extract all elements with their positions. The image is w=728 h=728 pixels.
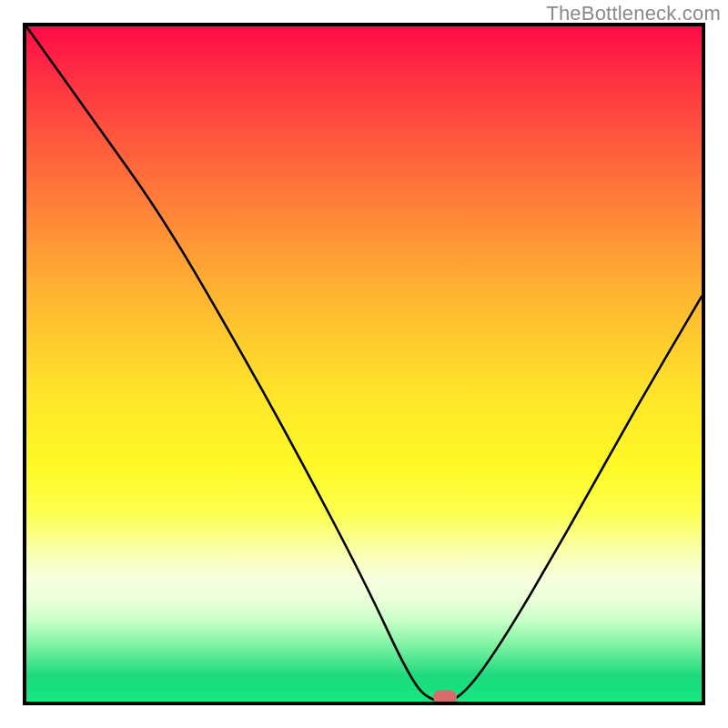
curve-svg: [26, 26, 702, 702]
watermark-text: TheBottleneck.com: [546, 2, 721, 25]
bottleneck-curve-path: [26, 26, 702, 702]
optimum-marker: [433, 690, 457, 703]
bottleneck-chart: TheBottleneck.com: [0, 0, 728, 728]
plot-area: [23, 23, 705, 705]
